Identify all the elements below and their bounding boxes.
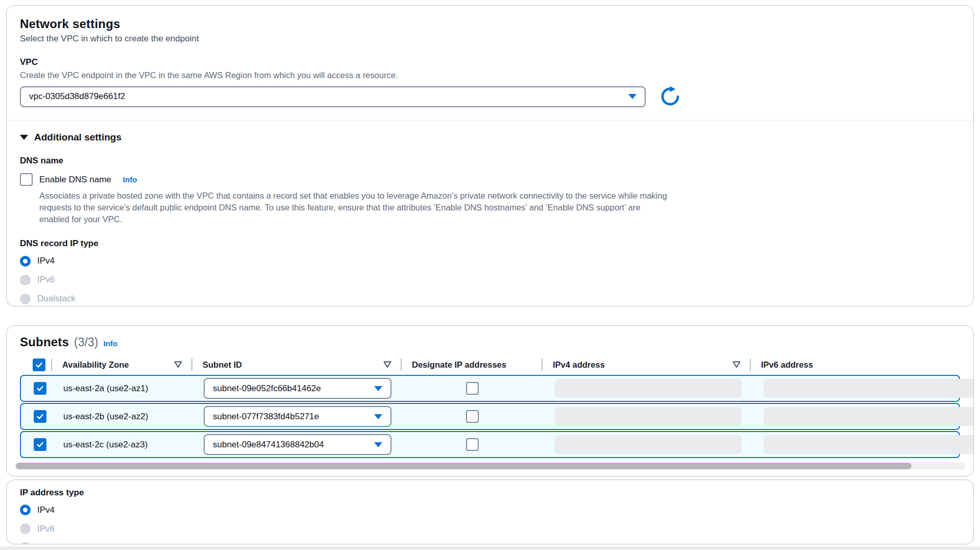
section-divider [7, 120, 973, 121]
table-row: us-east-2c (use2-az3) subnet-09e84741368… [20, 431, 960, 458]
horizontal-scrollbar[interactable] [15, 463, 965, 469]
subnet-id-select[interactable]: subnet-09e84741368842b04 [204, 434, 391, 455]
dns-record-ip-type-option-ipv4[interactable]: IPv4 [20, 254, 960, 268]
radio-label: Dualstack [37, 294, 76, 304]
designate-ip-checkbox[interactable] [466, 382, 479, 395]
column-header-label: IPv6 address [761, 360, 813, 370]
radio-disabled-icon [20, 294, 31, 304]
scrollbar-thumb[interactable] [16, 463, 912, 469]
ipv6-address-field [764, 407, 974, 426]
radio-label: IPv6 [37, 275, 55, 285]
chevron-down-icon [628, 94, 636, 99]
designate-ip-checkbox[interactable] [466, 410, 479, 423]
ip-address-type-option-dualstack: Dualstack [20, 541, 960, 544]
row-select-checkbox[interactable] [34, 438, 46, 451]
refresh-button[interactable] [659, 85, 681, 108]
radio-disabled-icon [20, 542, 31, 544]
network-settings-card: Network settings Select the VPC in which… [6, 5, 974, 306]
ipv4-address-field [555, 435, 742, 454]
subnets-counter: (3/3) [74, 336, 98, 349]
dns-name-info-link[interactable]: Info [123, 175, 137, 184]
radio-label: Dualstack [37, 543, 76, 545]
subnet-id-select[interactable]: subnet-09e052fc66b41462e [204, 378, 391, 399]
column-header-label: Subnet ID [203, 360, 242, 370]
additional-settings-title: Additional settings [34, 132, 121, 143]
ip-address-type-label: IP address type [20, 488, 960, 498]
column-header-label: IPv4 address [553, 360, 605, 370]
filter-icon[interactable] [732, 361, 741, 368]
dns-name-label: DNS name [20, 156, 960, 166]
ipv4-address-field [555, 407, 742, 426]
table-row: us-east-2a (use2-az1) subnet-09e052fc66b… [20, 375, 960, 402]
vpc-select[interactable]: vpc-0305d38d879e661f2 [20, 86, 646, 107]
subnets-title: Subnets [20, 335, 69, 349]
radio-label: IPv4 [37, 505, 55, 515]
availability-zone-cell: us-east-2c (use2-az3) [52, 440, 192, 450]
expander-caret-icon [20, 135, 28, 140]
additional-settings-expander[interactable]: Additional settings [20, 132, 960, 143]
ipv4-address-field [555, 379, 742, 398]
column-header-availability-zone[interactable]: Availability Zone [51, 355, 191, 374]
page-bottom-divider [0, 546, 980, 550]
radio-label: IPv4 [37, 256, 55, 266]
column-header-subnet-id[interactable]: Subnet ID [191, 355, 401, 374]
subnet-id-select-value: subnet-077f7383fd4b5271e [213, 412, 319, 422]
network-settings-title: Network settings [20, 17, 960, 31]
table-row: us-east-2b (use2-az2) subnet-077f7383fd4… [20, 403, 960, 430]
vpc-form-field: VPC Create the VPC endpoint in the VPC i… [20, 57, 960, 108]
subnet-id-select-value: subnet-09e84741368842b04 [213, 440, 324, 450]
refresh-icon [659, 86, 681, 107]
enable-dns-name-label: Enable DNS name [39, 175, 111, 185]
radio-disabled-icon [20, 523, 31, 534]
ip-address-type-option-ipv6: IPv6 [20, 522, 960, 536]
ipv6-address-field [764, 379, 974, 398]
availability-zone-cell: us-east-2a (use2-az1) [52, 384, 192, 394]
column-header-ipv4-address[interactable]: IPv4 address [542, 355, 750, 374]
dns-record-ip-type-label: DNS record IP type [20, 238, 960, 249]
ipv6-address-field [764, 435, 974, 454]
subnets-card: Subnets (3/3) Info Availability Zone Sub… [6, 325, 974, 476]
chevron-down-icon [374, 442, 382, 447]
ip-address-type-card: IP address type IPv4 IPv6 Dualstack [6, 480, 974, 544]
radio-disabled-icon [20, 275, 31, 285]
dns-record-ip-type-option-dualstack: Dualstack [20, 292, 960, 305]
subnets-info-link[interactable]: Info [103, 339, 117, 348]
dns-name-description: Associates a private hosted zone with th… [39, 190, 672, 225]
radio-selected-icon [20, 256, 31, 267]
filter-icon[interactable] [174, 361, 182, 368]
column-header-ipv6-address[interactable]: IPv6 address [750, 355, 960, 374]
select-all-checkbox[interactable] [33, 358, 45, 371]
subnet-id-select[interactable]: subnet-077f7383fd4b5271e [204, 406, 391, 427]
chevron-down-icon [374, 386, 382, 391]
row-select-checkbox[interactable] [34, 410, 46, 423]
vpc-select-value: vpc-0305d38d879e661f2 [29, 91, 125, 102]
ip-address-type-option-ipv4[interactable]: IPv4 [20, 503, 960, 517]
subnet-id-select-value: subnet-09e052fc66b41462e [213, 384, 321, 394]
vpc-description: Create the VPC endpoint in the VPC in th… [20, 70, 960, 80]
radio-selected-icon [20, 505, 31, 515]
column-header-label: Availability Zone [62, 360, 129, 370]
filter-icon[interactable] [383, 361, 391, 368]
radio-label: IPv6 [37, 524, 55, 534]
dns-record-ip-type-option-ipv6: IPv6 [20, 273, 960, 286]
column-header-designate-ip[interactable]: Designate IP addresses [401, 355, 542, 374]
row-select-checkbox[interactable] [34, 382, 46, 395]
chevron-down-icon [374, 414, 382, 419]
subnets-table-header: Availability Zone Subnet ID Designate IP… [20, 355, 960, 374]
column-header-label: Designate IP addresses [412, 360, 506, 370]
designate-ip-checkbox[interactable] [466, 438, 479, 451]
availability-zone-cell: us-east-2b (use2-az2) [52, 412, 192, 422]
network-settings-subtitle: Select the VPC in which to create the en… [20, 34, 960, 44]
vpc-label: VPC [20, 57, 960, 67]
enable-dns-name-checkbox[interactable] [20, 173, 33, 186]
